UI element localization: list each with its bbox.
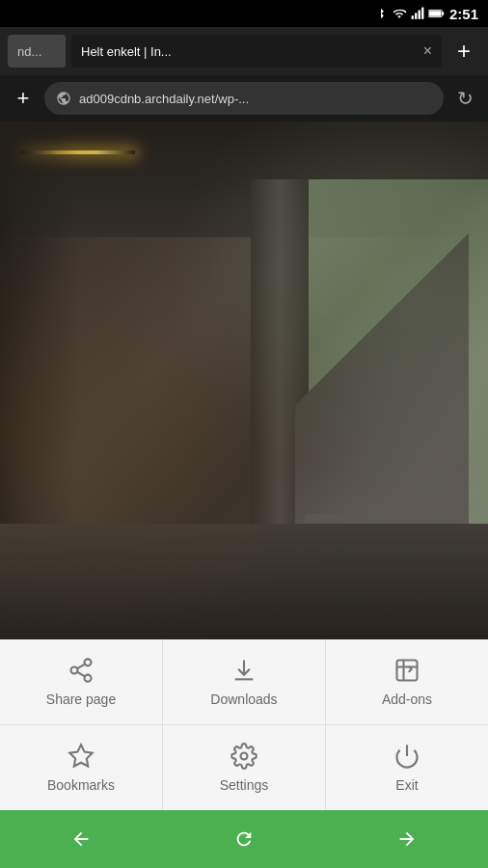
- svg-rect-5: [442, 12, 444, 15]
- inactive-tab-label: nd...: [17, 44, 41, 59]
- svg-rect-1: [415, 13, 417, 18]
- svg-rect-3: [421, 8, 423, 19]
- bluetooth-icon: [374, 7, 388, 20]
- url-container[interactable]: ad009cdnb.archdaily.net/wp-...: [44, 82, 444, 115]
- svg-line-11: [77, 665, 85, 669]
- new-tab-button[interactable]: +: [447, 35, 480, 68]
- svg-rect-0: [412, 15, 414, 19]
- wifi-icon: [392, 7, 407, 20]
- svg-point-9: [85, 675, 92, 682]
- addon-icon: [393, 657, 420, 684]
- tab-bar: nd... Helt enkelt | In... × +: [0, 27, 488, 75]
- forward-button[interactable]: [383, 815, 431, 863]
- settings-label: Settings: [220, 777, 269, 793]
- share-page-label: Share page: [46, 692, 116, 707]
- addons-label: Add-ons: [382, 692, 432, 707]
- menu-row-1: Share page Downloads Add-ons: [0, 639, 488, 725]
- addons-item[interactable]: Add-ons: [326, 639, 488, 724]
- forward-icon: [396, 828, 418, 850]
- svg-point-8: [71, 667, 78, 674]
- refresh-button[interactable]: [220, 815, 268, 863]
- svg-rect-2: [419, 11, 420, 19]
- download-icon: [230, 657, 258, 684]
- signal-icon: [411, 7, 424, 20]
- menu-row-2: Bookmarks Settings Exit: [0, 725, 488, 810]
- svg-rect-6: [429, 11, 442, 15]
- add-bookmark-button[interactable]: +: [10, 86, 37, 111]
- bottom-menu: Share page Downloads Add-ons Boo: [0, 639, 488, 810]
- active-tab-label: Helt enkelt | In...: [81, 44, 172, 59]
- bookmarks-label: Bookmarks: [47, 777, 115, 793]
- svg-point-13: [241, 753, 248, 760]
- status-time: 2:51: [449, 6, 478, 22]
- reload-button[interactable]: ↻: [451, 87, 478, 110]
- bookmarks-item[interactable]: Bookmarks: [0, 725, 163, 810]
- svg-line-10: [77, 672, 85, 677]
- star-icon: [68, 743, 95, 770]
- back-button[interactable]: [57, 815, 105, 863]
- url-text: ad009cdnb.archdaily.net/wp-...: [79, 92, 432, 106]
- globe-icon: [56, 91, 71, 106]
- image-overlay: [0, 122, 488, 639]
- refresh-icon: [233, 828, 255, 850]
- svg-marker-12: [69, 745, 92, 766]
- battery-icon: [428, 8, 446, 19]
- active-tab[interactable]: Helt enkelt | In... ×: [71, 35, 442, 68]
- share-icon: [68, 657, 95, 684]
- status-icons: 2:51: [374, 6, 478, 22]
- exit-item[interactable]: Exit: [326, 725, 488, 810]
- address-bar: + ad009cdnb.archdaily.net/wp-... ↻: [0, 75, 488, 122]
- inactive-tab[interactable]: nd...: [8, 35, 66, 68]
- svg-point-7: [85, 659, 92, 665]
- nav-bar: [0, 810, 488, 868]
- downloads-label: Downloads: [210, 692, 277, 707]
- tab-close-button[interactable]: ×: [423, 42, 432, 60]
- back-icon: [70, 828, 92, 850]
- power-icon: [393, 743, 420, 770]
- browser-content: [0, 122, 488, 639]
- downloads-item[interactable]: Downloads: [163, 639, 326, 724]
- share-page-item[interactable]: Share page: [0, 639, 163, 724]
- exit-label: Exit: [395, 777, 418, 793]
- status-bar: 2:51: [0, 0, 488, 27]
- settings-item[interactable]: Settings: [163, 725, 326, 810]
- gear-icon: [230, 743, 258, 770]
